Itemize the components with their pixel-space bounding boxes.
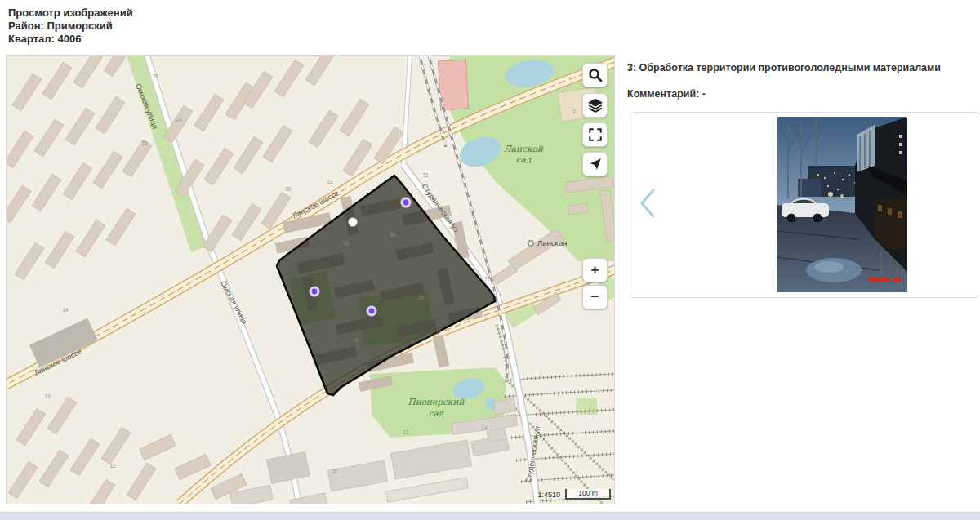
map-marker-white[interactable] bbox=[349, 218, 358, 227]
house-number-label: 77 bbox=[484, 276, 491, 282]
horizontal-scrollbar[interactable] bbox=[0, 512, 980, 520]
map-search-button[interactable] bbox=[582, 63, 608, 87]
scale-ratio: 1:4510 bbox=[537, 491, 560, 500]
map-scale: 1:4510 100 m bbox=[537, 489, 611, 500]
house-number-label: 23 bbox=[176, 117, 182, 122]
district-label: Район: Приморский bbox=[8, 20, 133, 33]
search-icon bbox=[588, 68, 603, 82]
photo-card bbox=[630, 112, 980, 298]
station-label: Ланская bbox=[537, 238, 567, 247]
house-number-label: 29 bbox=[152, 73, 158, 79]
map-zoom-out-button[interactable]: − bbox=[582, 285, 608, 309]
house-number-label: 36 bbox=[389, 232, 395, 238]
map-marker-purple[interactable] bbox=[401, 198, 412, 208]
locate-arrow-icon bbox=[588, 157, 603, 171]
chevron-left-icon bbox=[637, 185, 658, 221]
house-number-label: 12 bbox=[109, 463, 116, 469]
photo-street-scene bbox=[777, 117, 907, 293]
map-zoom-in-button[interactable]: + bbox=[582, 258, 608, 282]
report-photo[interactable] bbox=[777, 117, 907, 293]
work-type-title: 3: Обработка территории противогололедны… bbox=[627, 62, 941, 73]
station-icon bbox=[528, 241, 533, 246]
map-fullscreen-button[interactable] bbox=[582, 122, 608, 147]
house-number-label: 7 bbox=[370, 312, 373, 318]
page-title: Просмотр изображений bbox=[8, 7, 133, 20]
house-number-label: 22 bbox=[327, 179, 333, 184]
photo-timestamp-watermark bbox=[868, 278, 901, 282]
park-label: Пионерский bbox=[408, 397, 466, 407]
house-number-label: 24 bbox=[417, 295, 424, 300]
scale-bar: 100 m bbox=[565, 489, 611, 500]
map-layers-button[interactable] bbox=[582, 93, 608, 118]
comment-label: Комментарий: - bbox=[627, 88, 706, 100]
fullscreen-icon bbox=[588, 127, 603, 142]
house-number-label: 61 bbox=[343, 240, 350, 246]
map-tiles: Ланское шоссе Ланское шоссе Сердобольска… bbox=[7, 56, 614, 504]
quarter-label: Квартал: 4006 bbox=[8, 33, 133, 46]
house-number-label: 14 bbox=[62, 307, 69, 313]
page-header: Просмотр изображений Район: Приморский К… bbox=[8, 7, 133, 46]
map-marker-purple[interactable] bbox=[310, 287, 320, 297]
map-locate-button[interactable] bbox=[582, 152, 608, 176]
house-number-label: 3 bbox=[354, 338, 358, 344]
house-number-label: 13 bbox=[44, 393, 51, 399]
house-number-label: 12 bbox=[403, 429, 409, 435]
house-number-label: 22 bbox=[141, 140, 148, 146]
house-number-label: 14 bbox=[481, 425, 488, 431]
map-canvas[interactable]: Ланское шоссе Ланское шоссе Сердобольска… bbox=[7, 56, 614, 504]
park-label: Ланской bbox=[504, 144, 544, 153]
house-number-label: 32 bbox=[332, 469, 338, 474]
previous-photo-button[interactable] bbox=[635, 183, 660, 225]
layers-icon bbox=[587, 98, 604, 113]
house-number-label: 20 bbox=[285, 186, 292, 192]
park-label: сад bbox=[429, 408, 445, 418]
green-patch bbox=[576, 398, 597, 415]
house-number-label: 71 bbox=[422, 172, 429, 178]
park-label: сад bbox=[516, 154, 532, 164]
house-number-label: 2 bbox=[572, 109, 576, 114]
